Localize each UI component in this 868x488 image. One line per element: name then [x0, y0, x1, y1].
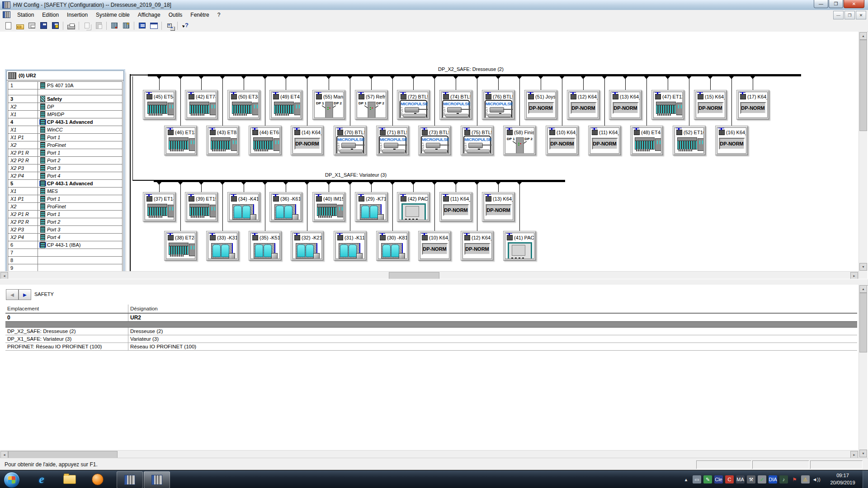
menu-item-affichage[interactable]: Affichage: [134, 10, 165, 19]
rack-row[interactable]: X2ProFinet: [8, 203, 122, 211]
detail-table-row[interactable]: PROFINET: Réseau IO PROFINET (100)Réseau…: [5, 343, 857, 351]
upload-from-module-button[interactable]: [120, 20, 132, 31]
rack-row[interactable]: 7: [8, 249, 122, 257]
device-box-45-et5-im[interactable]: (45) ET5-IM: [143, 90, 176, 120]
device-box-40-im151[interactable]: (40) IM151-: [312, 192, 345, 222]
pane-hscroll-thumb[interactable]: [8, 451, 118, 458]
device-box-50-et3-im[interactable]: (50) ET3-IM: [227, 90, 260, 120]
battery-warning-icon[interactable]: ⚠: [801, 475, 810, 483]
device-box-35-k51[interactable]: (35) -K51: [249, 231, 282, 261]
new-station-button[interactable]: [2, 20, 14, 31]
pane-hscrollbar[interactable]: ◄ ►: [0, 450, 859, 458]
rack-row[interactable]: 1PS 407 10A: [8, 82, 122, 89]
device-box-42-et7-im[interactable]: (42) ET7-IM: [185, 90, 218, 120]
hidden-icons-arrow[interactable]: ▴: [682, 475, 690, 483]
device-box-75-btl5-1[interactable]: (75) BTL5-1MICROPULSEBTL5-T: [461, 126, 494, 155]
device-box-12-k64-3[interactable]: (12) K64_3DP-NORM: [461, 231, 494, 261]
network-error-flag-icon[interactable]: ⚑: [790, 475, 799, 483]
child-close-button[interactable]: ✕: [856, 11, 866, 19]
device-box-10-k64-1[interactable]: (10) K64_1DP-NORM: [546, 126, 579, 155]
device-box-42-pac32[interactable]: (42) PAC32: [397, 192, 430, 222]
volume-icon[interactable]: ◄)): [812, 475, 821, 483]
menu-item-fen-tre[interactable]: Fenêtre: [186, 10, 213, 19]
open-station-button[interactable]: [14, 20, 26, 31]
maximize-button[interactable]: ❐: [829, 0, 843, 8]
rack-row[interactable]: X2 P2 RPort 2: [8, 218, 122, 226]
device-box-44-et6-im[interactable]: (44) ET6-IM: [249, 126, 282, 155]
windows-explorer-icon[interactable]: [61, 473, 79, 486]
device-box-13-k64-4[interactable]: (13) K64_4DP-NORM: [482, 192, 515, 222]
build-tools-icon[interactable]: ⚒: [747, 475, 755, 483]
copy-button[interactable]: [81, 20, 93, 31]
help-button[interactable]: [179, 20, 191, 31]
device-box-36-k61[interactable]: (36) -K61: [269, 192, 302, 222]
device-box-74-btl5-1[interactable]: (74) BTL5-1MICROPULSEBTL5-T: [439, 90, 472, 120]
child-minimize-button[interactable]: —: [833, 11, 844, 19]
device-box-48-et4-im[interactable]: (48) ET4-IM: [630, 126, 663, 155]
menu-item-station[interactable]: Station: [13, 10, 38, 19]
canvas-vscrollbar[interactable]: ▲ ▼: [859, 32, 867, 279]
device-box-73-btl5-1[interactable]: (73) BTL5-1MICROPULSEBTL5-T: [418, 126, 451, 155]
rack-row[interactable]: X2 P3Port 3: [8, 164, 122, 172]
pane-vscroll-thumb[interactable]: [859, 293, 867, 352]
show-desktop-button[interactable]: [863, 470, 868, 488]
device-box-11-k64-2[interactable]: (11) K64_2DP-NORM: [439, 192, 472, 222]
pane-vscrollbar[interactable]: ▲ ▼: [859, 285, 867, 458]
navigate-back-button[interactable]: ◄: [6, 289, 19, 300]
paste-button[interactable]: [93, 20, 104, 31]
menu-item-outils[interactable]: Outils: [165, 10, 187, 19]
device-box-39-et15-i[interactable]: (39) ET15-I: [185, 192, 218, 222]
rack-row[interactable]: X1MPI/DP: [8, 111, 122, 118]
device-box-14-k64-5[interactable]: (14) K64_5DP-NORM: [291, 126, 324, 155]
device-box-55-manipu[interactable]: (55) ManipuDP 1DP 2: [312, 90, 345, 120]
device-box-32-k21[interactable]: (32) -K21: [291, 231, 324, 261]
configure-network-button[interactable]: [164, 20, 175, 31]
media-player-icon[interactable]: [89, 473, 107, 486]
device-box-41-pac32[interactable]: (41) PAC32: [503, 231, 536, 261]
device-box-47-et12-i[interactable]: (47) ET12-I: [651, 90, 684, 120]
device-box-71-btl5-1[interactable]: (71) BTL5-1MICROPULSEBTL5-T: [376, 126, 409, 155]
display-settings-icon[interactable]: ▭: [693, 475, 701, 483]
rack-row[interactable]: X2DP: [8, 103, 122, 111]
rack-row[interactable]: X2 P4Port 4: [8, 234, 122, 241]
ccleaner-es-icon[interactable]: Cle: [714, 475, 723, 483]
taskbar-app-simatic-manager[interactable]: [117, 471, 143, 488]
detail-table-row[interactable]: DP_X2_SAFE: Dresseuse (2)Dresseuse (2): [5, 328, 857, 335]
device-box-51-joystic[interactable]: (51) JoysticDP-NORM: [524, 90, 557, 120]
rack-row[interactable]: 6CP 443-1 (IBA): [8, 241, 122, 249]
dp-master-bus[interactable]: [154, 180, 565, 182]
device-box-38-et2-im[interactable]: (38) ET2-IM: [164, 231, 197, 261]
device-box-15-k64-6[interactable]: (15) K64_6DP-NORM: [694, 90, 727, 120]
device-box-72-btl5-1[interactable]: (72) BTL5-1MICROPULSEBTL5-T: [397, 90, 430, 120]
device-box-12-k64-3[interactable]: (12) K64_3DP-NORM: [567, 90, 600, 120]
rack-row[interactable]: X1 P1Port 1: [8, 195, 122, 203]
rack-row[interactable]: X2 P3Port 3: [8, 226, 122, 234]
device-box-34-k41[interactable]: (34) -K41: [227, 192, 260, 222]
menu-item-insertion[interactable]: Insertion: [63, 10, 92, 19]
navigate-forward-button[interactable]: ►: [19, 289, 31, 300]
detail-table-row[interactable]: 0UR2: [5, 313, 857, 322]
rack-row[interactable]: X2 P1 RPort 1: [8, 211, 122, 218]
menu-item-syst-me-cible[interactable]: Système cible: [92, 10, 134, 19]
scroll-up-arrow[interactable]: ▲: [859, 32, 867, 40]
rack-row[interactable]: [8, 89, 122, 95]
minimize-button[interactable]: —: [814, 0, 828, 8]
rack-row[interactable]: X1MES: [8, 188, 122, 195]
vscroll-thumb[interactable]: [859, 40, 867, 131]
dp-bus-label[interactable]: DP_X2_SAFE: Dresseuse (2): [437, 66, 505, 72]
device-box-13-k64-4[interactable]: (13) K64_4DP-NORM: [609, 90, 642, 120]
taskbar-app-hw-config[interactable]: [144, 471, 170, 488]
audio-app-icon[interactable]: ♪: [779, 475, 788, 483]
taskbar-clock[interactable]: 09:17 20/09/2019: [823, 472, 863, 486]
rack-row[interactable]: X1 P1Port 1: [8, 134, 122, 141]
menu-item-edition[interactable]: Edition: [38, 10, 63, 19]
device-box-76-btl5-1[interactable]: (76) BTL5-1MICROPULSEBTL5-T: [482, 90, 515, 120]
device-box-43-et8-im[interactable]: (43) ET8-IM: [206, 126, 239, 155]
pane-scroll-up-arrow[interactable]: ▲: [859, 285, 867, 293]
device-box-17-k64-8[interactable]: (17) K64_8DP-NORM: [736, 90, 769, 120]
rack-panel[interactable]: (0) UR2 1PS 407 10A3SafetyX2DPX1MPI/DP4C…: [6, 70, 124, 271]
device-box-29-k71-s[interactable]: (29) -K71_S: [355, 192, 388, 222]
rack-row[interactable]: X2 P1 RPort 1: [8, 149, 122, 157]
rack-row[interactable]: 3Safety: [8, 95, 122, 103]
device-box-57-refroic[interactable]: (57) RefroicDP 1DP 2: [355, 90, 388, 120]
